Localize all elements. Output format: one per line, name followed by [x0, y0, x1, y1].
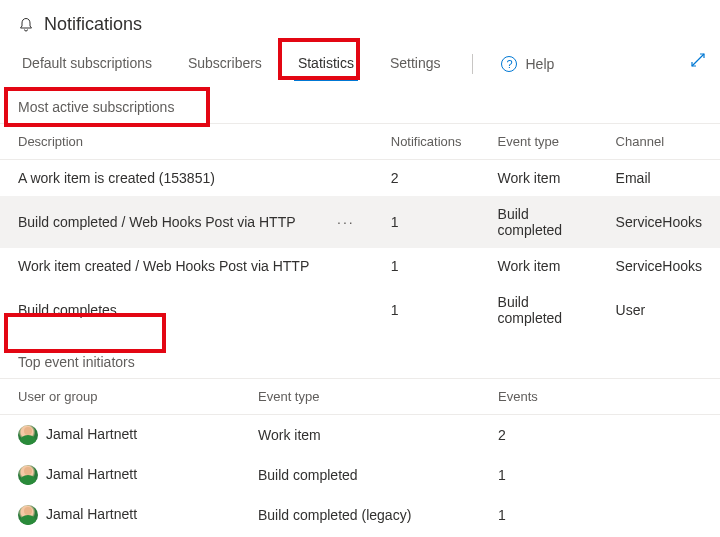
- cell-event-type: Work item: [480, 248, 598, 284]
- tab-divider: [472, 54, 473, 74]
- table-row[interactable]: A work item is created (153851)2Work ite…: [0, 160, 720, 197]
- cell-event-type: Build completed: [480, 284, 598, 336]
- bell-icon: [18, 17, 34, 33]
- table-row[interactable]: Jamal HartnettBuild completed (legacy)1: [0, 495, 720, 535]
- col-event-type[interactable]: Event type: [240, 379, 480, 415]
- cell-channel: ServiceHooks: [598, 196, 720, 248]
- help-label: Help: [525, 56, 554, 72]
- avatar: [18, 465, 38, 485]
- cell-notifications: 1: [373, 248, 480, 284]
- col-description[interactable]: Description: [0, 124, 373, 160]
- more-icon[interactable]: ···: [327, 214, 355, 230]
- tab-statistics[interactable]: Statistics: [294, 47, 358, 81]
- user-name: Jamal Hartnett: [46, 506, 137, 522]
- table-header-row: User or group Event type Events: [0, 379, 720, 415]
- cell-events: 1: [480, 455, 720, 495]
- avatar: [18, 505, 38, 525]
- cell-user: Jamal Hartnett: [0, 415, 240, 456]
- cell-events: 1: [480, 495, 720, 535]
- cell-event-type: Work item: [240, 415, 480, 456]
- cell-channel: ServiceHooks: [598, 248, 720, 284]
- table-row[interactable]: Jamal HartnettBuild completed1: [0, 455, 720, 495]
- help-link[interactable]: ? Help: [501, 56, 554, 72]
- col-events[interactable]: Events: [480, 379, 720, 415]
- cell-channel: User: [598, 284, 720, 336]
- tab-default-subscriptions[interactable]: Default subscriptions: [18, 47, 156, 81]
- cell-description: Build completed / Web Hooks Post via HTT…: [0, 196, 373, 248]
- page-title: Notifications: [44, 14, 142, 35]
- section-heading-active-text: Most active subscriptions: [18, 99, 174, 115]
- page-header: Notifications: [0, 0, 720, 43]
- cell-events: 2: [480, 415, 720, 456]
- description-text: Build completes: [18, 302, 355, 318]
- section-heading-initiators: Top event initiators: [0, 336, 720, 379]
- cell-user: Jamal Hartnett: [0, 495, 240, 535]
- table-row[interactable]: Build completed / Web Hooks Post via HTT…: [0, 196, 720, 248]
- cell-description: Build completes: [0, 284, 373, 336]
- description-text: A work item is created (153851): [18, 170, 355, 186]
- user-name: Jamal Hartnett: [46, 466, 137, 482]
- user-name: Jamal Hartnett: [46, 426, 137, 442]
- section-heading-initiators-text: Top event initiators: [18, 354, 135, 370]
- tab-bar: Default subscriptions Subscribers Statis…: [0, 43, 720, 81]
- help-icon: ?: [501, 56, 517, 72]
- cell-event-type: Build completed (legacy): [240, 495, 480, 535]
- cell-user: Jamal Hartnett: [0, 455, 240, 495]
- cell-event-type: Work item: [480, 160, 598, 197]
- cell-notifications: 1: [373, 196, 480, 248]
- col-channel[interactable]: Channel: [598, 124, 720, 160]
- cell-event-type: Build completed: [480, 196, 598, 248]
- table-row[interactable]: Build completes1Build completedUser: [0, 284, 720, 336]
- tab-settings[interactable]: Settings: [386, 47, 445, 81]
- cell-channel: Email: [598, 160, 720, 197]
- col-event-type[interactable]: Event type: [480, 124, 598, 160]
- cell-event-type: Build completed: [240, 455, 480, 495]
- description-text: Work item created / Web Hooks Post via H…: [18, 258, 355, 274]
- cell-notifications: 1: [373, 284, 480, 336]
- cell-notifications: 2: [373, 160, 480, 197]
- table-header-row: Description Notifications Event type Cha…: [0, 124, 720, 160]
- cell-description: Work item created / Web Hooks Post via H…: [0, 248, 373, 284]
- table-top-initiators: User or group Event type Events Jamal Ha…: [0, 379, 720, 537]
- table-row[interactable]: Work item created / Web Hooks Post via H…: [0, 248, 720, 284]
- col-notifications[interactable]: Notifications: [373, 124, 480, 160]
- avatar: [18, 425, 38, 445]
- expand-icon[interactable]: [690, 52, 706, 72]
- cell-description: A work item is created (153851): [0, 160, 373, 197]
- table-active-subscriptions: Description Notifications Event type Cha…: [0, 124, 720, 336]
- section-heading-active: Most active subscriptions: [0, 81, 720, 124]
- tab-subscribers[interactable]: Subscribers: [184, 47, 266, 81]
- col-user-group[interactable]: User or group: [0, 379, 240, 415]
- table-row[interactable]: Jamal HartnettWork item2: [0, 415, 720, 456]
- description-text: Build completed / Web Hooks Post via HTT…: [18, 214, 327, 230]
